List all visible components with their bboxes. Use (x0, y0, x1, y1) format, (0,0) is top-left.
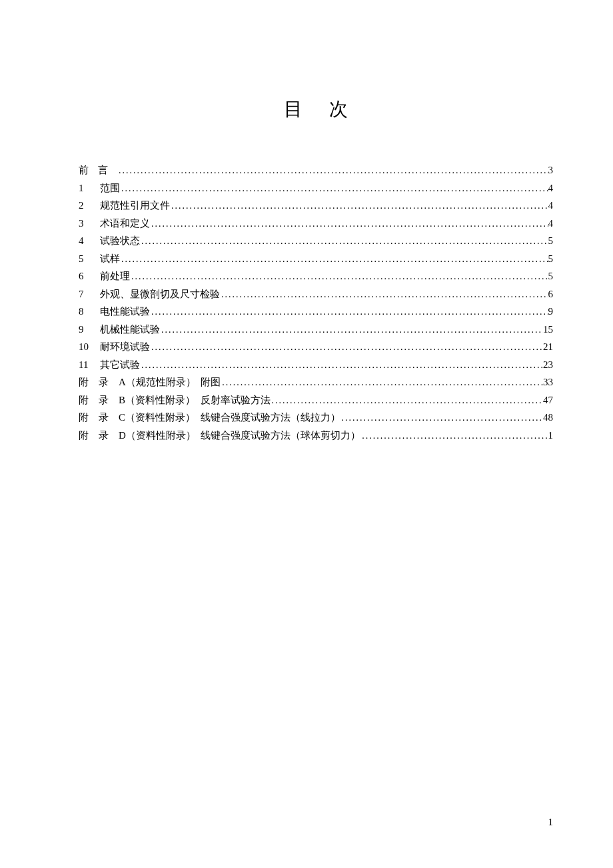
toc-text: 机械性能试验 (100, 321, 160, 339)
toc-label: 3 (79, 215, 100, 233)
toc-entry-appendix: 附 录 B （资料性附录） 反射率试验方法 47 (79, 392, 553, 409)
toc-entry: 4 试验状态 5 (79, 233, 553, 250)
toc-leader-dots (120, 181, 548, 197)
toc-page-number: 15 (543, 321, 553, 339)
toc-label: 7 (79, 286, 100, 303)
toc-leader-dots (120, 251, 548, 267)
toc-label: 2 (79, 197, 100, 215)
toc-page-number: 5 (548, 251, 554, 268)
toc-entry: 7 外观、显微剖切及尺寸检验 6 (79, 286, 553, 303)
toc-appendix-note: （资料性附录） (126, 427, 196, 445)
toc-leader-dots (117, 163, 548, 179)
toc-text: 试验状态 (100, 233, 140, 250)
toc-entry-appendix: 附 录 A （规范性附录） 附图 33 (79, 374, 553, 391)
toc-appendix-label: 附 录 D (79, 427, 126, 445)
toc-leader-dots (221, 375, 543, 391)
toc-appendix-label: 附 录 B (79, 392, 125, 409)
toc-leader-dots (170, 198, 548, 214)
toc-leader-dots (220, 287, 548, 303)
toc-text: 耐环境试验 (100, 339, 150, 356)
toc-entry: 11 其它试验 23 (79, 357, 553, 374)
toc-entry: 9 机械性能试验 15 (79, 321, 553, 339)
toc-entry: 8 电性能试验 9 (79, 303, 553, 321)
toc-text: 附图 (201, 374, 221, 391)
toc-text: 前处理 (100, 268, 130, 285)
toc-leader-dots (150, 339, 543, 355)
toc-entry-appendix: 附 录 C （资料性附录） 线键合强度试验方法（线拉力） 48 (79, 409, 553, 427)
toc-leader-dots (150, 216, 548, 232)
toc-text: 术语和定义 (100, 215, 150, 233)
toc-page-number: 23 (543, 357, 553, 374)
toc-page-number: 21 (543, 339, 553, 356)
toc-appendix-note: （资料性附录） (125, 392, 195, 409)
toc-label: 9 (79, 321, 100, 339)
toc-label: 5 (79, 251, 100, 268)
toc-text: 反射率试验方法 (201, 392, 271, 409)
toc-appendix-note: （规范性附录） (126, 374, 196, 391)
toc-leader-dots (360, 428, 548, 444)
toc-text: 电性能试验 (100, 303, 150, 321)
toc-leader-dots (150, 304, 548, 320)
toc-appendix-note: （资料性附录） (125, 409, 195, 427)
table-of-contents: 前言 3 1 范围 4 2 规范性引用文件 4 3 术语和定义 4 4 试验状态… (79, 162, 553, 444)
toc-label: 11 (79, 357, 100, 374)
toc-entry-appendix: 附 录 D （资料性附录） 线键合强度试验方法（球体剪切力） 1 (79, 427, 553, 445)
toc-leader-dots (140, 233, 548, 249)
toc-appendix-label: 附 录 A (79, 374, 126, 391)
toc-page-number: 6 (548, 286, 554, 303)
toc-leader-dots (140, 357, 543, 373)
toc-page-number: 33 (543, 374, 553, 391)
toc-text: 范围 (100, 180, 120, 197)
toc-page-number: 4 (548, 180, 554, 197)
toc-page-number: 3 (548, 162, 554, 179)
toc-entry: 6 前处理 5 (79, 268, 553, 285)
toc-appendix-label: 附 录 C (79, 409, 125, 427)
toc-text: 规范性引用文件 (100, 197, 170, 215)
toc-text: 外观、显微剖切及尺寸检验 (100, 286, 220, 303)
toc-page-number: 48 (543, 409, 553, 427)
toc-page-number: 5 (548, 233, 554, 250)
toc-label: 6 (79, 268, 100, 285)
toc-entry: 1 范围 4 (79, 180, 553, 197)
toc-page-number: 4 (548, 197, 554, 215)
toc-page-number: 4 (548, 215, 554, 233)
toc-text: 其它试验 (100, 357, 140, 374)
toc-label: 8 (79, 303, 100, 321)
toc-text: 线键合强度试验方法（线拉力） (201, 409, 340, 427)
toc-text: 线键合强度试验方法（球体剪切力） (201, 427, 360, 445)
toc-label: 10 (79, 339, 100, 356)
toc-page-number: 9 (548, 303, 554, 321)
toc-text: 试样 (100, 251, 120, 268)
toc-entry: 3 术语和定义 4 (79, 215, 553, 233)
toc-entry: 前言 3 (79, 162, 553, 179)
toc-label: 4 (79, 233, 100, 250)
toc-leader-dots (160, 322, 543, 338)
toc-entry: 5 试样 5 (79, 251, 553, 268)
toc-title: 目次 (79, 97, 553, 122)
toc-label: 前言 (79, 162, 117, 179)
toc-leader-dots (340, 410, 543, 426)
toc-label: 1 (79, 180, 100, 197)
toc-page-number: 5 (548, 268, 554, 285)
toc-entry: 2 规范性引用文件 4 (79, 197, 553, 215)
toc-leader-dots (130, 269, 548, 285)
toc-leader-dots (271, 393, 543, 409)
toc-entry: 10 耐环境试验 21 (79, 339, 553, 356)
footer-page-number: 1 (548, 817, 554, 828)
toc-page-number: 1 (548, 427, 554, 445)
toc-page-number: 47 (543, 392, 553, 409)
page-container: 目次 前言 3 1 范围 4 2 规范性引用文件 4 3 术语和定义 4 4 试 (0, 0, 613, 444)
